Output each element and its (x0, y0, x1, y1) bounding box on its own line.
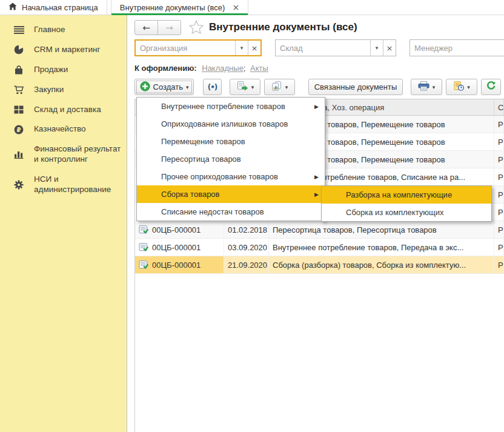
menu-item[interactable]: Списание недостач товаров (137, 203, 325, 221)
caret-down-icon: ▾ (433, 84, 436, 90)
star-icon[interactable] (188, 19, 204, 37)
caret-down-icon: ▾ (186, 84, 189, 90)
sidebar-item-main[interactable]: Главное (0, 20, 127, 40)
ruble-icon: ₽ (12, 125, 25, 135)
sidebar: Главное CRM и маркетинг Продажи Закупки … (0, 15, 127, 432)
bar-chart-icon (12, 150, 25, 159)
print-button[interactable]: ▾ (411, 79, 442, 95)
document-number: 00ЦБ-000001 (152, 261, 201, 270)
dropdown-caret-icon[interactable]: ▾ (235, 41, 248, 55)
document-number: 00ЦБ-000001 (152, 243, 201, 252)
menu-item-label: Списание недостач товаров (161, 207, 264, 216)
menu-item[interactable]: Разборка на комплектующие (322, 186, 491, 204)
menu-item-label: Прочее оприходование товаров (161, 172, 278, 181)
clear-icon[interactable]: × (248, 41, 260, 55)
filter-row: Организация ▾ × Склад ▾ × Менеджер ▾ × (128, 39, 504, 56)
manager-filter[interactable]: Менеджер ▾ × (409, 39, 504, 56)
document-posted-icon (139, 261, 148, 270)
menu-item[interactable]: Сборка из комплектующих (322, 204, 491, 221)
page-title: Внутренние документы (все) (209, 21, 357, 33)
tab-internal-documents[interactable]: Внутренние документы (все) × (111, 0, 248, 15)
column-header-org[interactable]: С (494, 99, 504, 115)
sidebar-item-finance[interactable]: Финансовый результат и контроллинг (0, 139, 127, 170)
sidebar-item-label: Продажи (34, 65, 68, 75)
menu-item[interactable]: Пересортица товаров (137, 150, 325, 168)
menu-item[interactable]: Оприходование излишков товаров (137, 115, 325, 133)
menu-item-label: Оприходование излишков товаров (161, 119, 288, 128)
sidebar-item-label: НСИ и администрирование (34, 174, 122, 195)
submenu-arrow-icon: ▶ (314, 191, 319, 198)
sidebar-item-crm[interactable]: CRM и маркетинг (0, 40, 127, 60)
tab-home[interactable]: Начальная страница (0, 0, 107, 15)
menu-item-label: Сборка из комплектующих (346, 208, 443, 217)
printer-icon (418, 81, 429, 93)
home-icon (8, 2, 17, 12)
document-org: Р (494, 116, 504, 133)
invoices-link[interactable]: Накладные (202, 64, 244, 73)
history-nav: ← → (134, 20, 181, 35)
close-icon[interactable]: × (232, 2, 239, 12)
document-type: Пересортица товаров, Пересортица товаров (269, 221, 494, 238)
tab-bar: Начальная страница Внутренние документы … (0, 0, 504, 15)
menu-item[interactable]: Внутреннее потребление товаров ▶ (137, 98, 325, 115)
back-button[interactable]: ← (134, 20, 158, 35)
caret-down-icon: ▾ (467, 84, 470, 90)
edo-button[interactable]: ▾ (446, 79, 477, 95)
acts-link[interactable]: Акты (250, 64, 268, 73)
sidebar-item-label: Главное (34, 25, 65, 35)
tab-home-label: Начальная страница (22, 3, 98, 12)
table-row[interactable]: 00ЦБ-000001 03.09.2020 Внутреннее потреб… (135, 239, 504, 256)
toolbar: Создать ▾ (•) ▾ ▾ Связанные документы ▾ … (128, 79, 504, 95)
document-org: Р (494, 151, 504, 168)
sidebar-item-purchases[interactable]: Закупки (0, 80, 127, 100)
menu-item-label: Перемещение товаров (161, 137, 245, 146)
submenu-arrow-icon: ▶ (314, 104, 319, 110)
chart-doc-icon (271, 81, 282, 93)
document-org: Р (494, 239, 504, 256)
sidebar-item-label: Финансовый результат и контроллинг (34, 144, 122, 165)
doc-clock-icon (453, 81, 464, 93)
caret-down-icon: ▾ (251, 84, 254, 90)
menu-item[interactable]: Прочее оприходование товаров ▶ (137, 168, 325, 185)
set-period-button[interactable]: (•) (203, 79, 222, 95)
refresh-button[interactable] (481, 79, 501, 95)
tab-internal-documents-label: Внутренние документы (все) (120, 3, 225, 12)
document-org: Р (494, 204, 504, 221)
registration-bar: К оформлению: Накладные; Акты (134, 64, 268, 73)
menu-item[interactable]: Перемещение товаров (137, 133, 325, 150)
gear-icon (12, 180, 25, 190)
sidebar-item-sales[interactable]: Продажи (0, 60, 127, 80)
menu-item-label: Пересортица товаров (161, 155, 241, 164)
sidebar-item-treasury[interactable]: ₽ Казначейство (0, 119, 127, 139)
sidebar-item-label: Склад и доставка (34, 105, 101, 115)
menu-icon (12, 26, 25, 34)
table-row[interactable]: 00ЦБ-000001 21.09.2020 Сборка (разборка)… (135, 256, 504, 274)
document-date: 21.09.2020 (224, 256, 269, 273)
svg-text:₽: ₽ (17, 126, 21, 133)
menu-item[interactable]: Сборка товаров ▶ (137, 185, 325, 203)
warehouse-filter[interactable]: Склад ▾ × (275, 39, 396, 56)
create-based-on-button[interactable]: ▾ (230, 79, 260, 95)
clear-icon[interactable]: × (383, 40, 396, 56)
create-button[interactable]: Создать ▾ (134, 79, 194, 95)
document-type: Сборка (разборка) товаров, Сборка из ком… (269, 256, 494, 273)
table-row[interactable]: 00ЦБ-000001 01.02.2018 Пересортица товар… (135, 221, 504, 239)
organization-filter[interactable]: Организация ▾ × (134, 39, 262, 56)
grid-icon (12, 105, 25, 114)
forward-button[interactable]: → (158, 20, 181, 35)
sidebar-item-label: Закупки (34, 85, 64, 95)
pie-chart-icon (12, 45, 25, 55)
document-date: 03.09.2020 (224, 239, 269, 256)
dropdown-caret-icon[interactable]: ▾ (370, 40, 383, 56)
main-content: ← → Внутренние документы (все) Организац… (128, 15, 504, 432)
sidebar-item-label: CRM и маркетинг (34, 45, 100, 55)
create-menu: Внутреннее потребление товаров ▶ Оприход… (136, 97, 325, 221)
nav-row: ← → Внутренние документы (все) (128, 19, 504, 37)
sidebar-item-warehouse[interactable]: Склад и доставка (0, 100, 127, 120)
document-posted-icon (139, 225, 148, 234)
refresh-icon (486, 81, 496, 93)
related-documents-button[interactable]: Связанные документы (308, 79, 403, 95)
sidebar-item-admin[interactable]: НСИ и администрирование (0, 170, 127, 200)
reports-button[interactable]: ▾ (264, 79, 295, 95)
document-org: Р (494, 186, 504, 203)
